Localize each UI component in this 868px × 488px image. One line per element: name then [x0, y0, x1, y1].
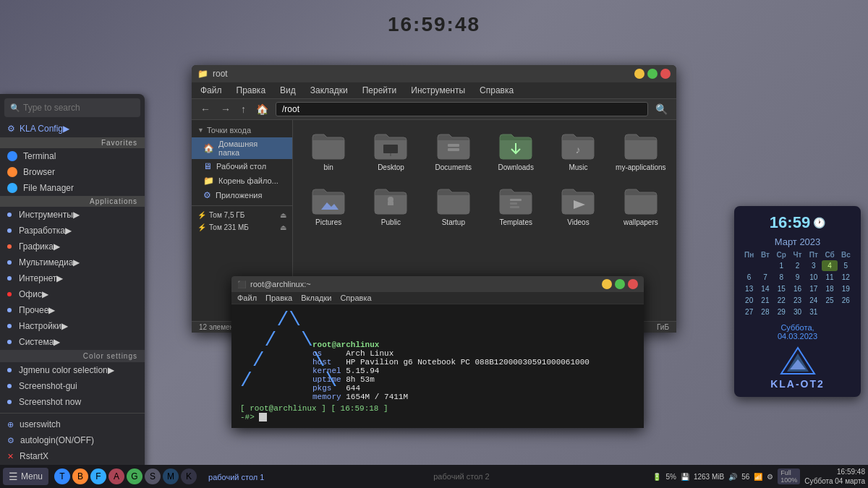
volume-2[interactable]: ⚡ Том 231 МБ ⏏ [192, 221, 292, 234]
taskbar-icon-terminal[interactable]: T [54, 468, 70, 484]
menu-item-terminal[interactable]: Terminal [0, 148, 145, 164]
widget-date-text: Суббота, 04.03.2023 [741, 323, 854, 341]
volume-1[interactable]: ⚡ Том 7,5 ГБ ⏏ [192, 209, 292, 221]
menu-goto[interactable]: Перейти [359, 85, 400, 96]
app-graphics[interactable]: Графика ▶ [0, 239, 145, 254]
file-name-music: Music [569, 163, 587, 172]
sidebar-desktop[interactable]: 🖥 Рабочий стол [192, 159, 292, 174]
nav-back-button[interactable]: ← [197, 102, 213, 116]
filemanager-icon [7, 183, 17, 193]
terminal-prompt: [ root@archlinux ] [ 16:59:18 ] [240, 404, 388, 413]
terminal-close-button[interactable]: × [628, 279, 638, 289]
address-bar[interactable] [276, 102, 648, 116]
file-wallpapers[interactable]: wallpapers [613, 182, 669, 231]
app-office[interactable]: Офис ▶ [0, 286, 145, 302]
folder-icon [498, 132, 533, 160]
file-music[interactable]: ♪ Music [550, 127, 606, 176]
desktop-icon: 🖥 [203, 161, 212, 171]
settings-icon[interactable]: ⚙ [767, 473, 773, 481]
taskbar-icon-app1[interactable]: A [109, 468, 124, 484]
menu-file[interactable]: Файл [197, 85, 225, 96]
file-downloads[interactable]: Downloads [488, 127, 544, 176]
app-development[interactable]: Разработка ▶ [0, 223, 145, 239]
file-manager-toolbar: ← → ↑ 🏠 🔍 [192, 99, 676, 120]
nav-forward-button[interactable]: → [218, 102, 234, 116]
close-button[interactable]: × [660, 69, 671, 79]
screenshot-now[interactable]: Screenshot now [0, 394, 145, 410]
search-input[interactable] [23, 103, 124, 113]
nav-home-button[interactable]: 🏠 [253, 102, 271, 116]
app-system[interactable]: Система ▶ [0, 334, 145, 350]
svg-rect-8 [510, 206, 519, 208]
autologin[interactable]: ⚙ autologin(ON/OFF) [0, 432, 145, 448]
search-button[interactable]: 🔍 [652, 102, 671, 116]
bullet-icon [7, 244, 12, 249]
desktop2-label[interactable]: рабочий стол 2 [427, 472, 495, 481]
eject-icon[interactable]: ⏏ [280, 223, 286, 231]
terminal-minimize-button[interactable]: _ [602, 279, 612, 289]
file-templates[interactable]: Templates [488, 182, 544, 231]
folder-icon [436, 132, 471, 160]
menu-view[interactable]: Вид [277, 85, 299, 96]
menu-item-filemanager[interactable]: File Manager [0, 180, 145, 196]
taskbar-icon-browser[interactable]: B [72, 468, 88, 484]
kla-config-item[interactable]: ⚙ KLA Config ▶ [0, 120, 145, 137]
app-settings[interactable]: Настройки ▶ [0, 318, 145, 334]
desktop1-label[interactable]: рабочий стол 1 [203, 473, 270, 481]
search-bar[interactable]: 🔍 [4, 98, 140, 117]
taskbar-icon-app3[interactable]: S [145, 468, 161, 484]
taskbar-menu-button[interactable]: ☰ Menu [3, 468, 48, 485]
rstartx[interactable]: ✕ RstartX [0, 448, 145, 464]
menu-edit[interactable]: Правка [234, 85, 269, 96]
term-menu-help[interactable]: Справка [340, 294, 371, 302]
bullet-icon [7, 292, 12, 296]
file-documents[interactable]: Documents [425, 127, 482, 176]
userswitch[interactable]: ⊕ userswitch [0, 416, 145, 432]
file-desktop[interactable]: Desktop [362, 127, 419, 176]
battery-percent: 5% [665, 473, 676, 481]
sidebar-home[interactable]: 🏠 Домашняя папка [192, 137, 292, 159]
nav-up-button[interactable]: ↑ [238, 102, 249, 116]
terminal-maximize-button[interactable]: □ [615, 279, 625, 289]
maximize-button[interactable]: □ [647, 69, 658, 79]
term-menu-tabs[interactable]: Вкладки [301, 294, 331, 302]
taskbar-icon-app2[interactable]: G [127, 468, 142, 484]
app-multimedia[interactable]: Мультимедиа ▶ [0, 254, 145, 270]
screenshot-gui[interactable]: Screenshot-gui [0, 378, 145, 394]
eject-icon[interactable]: ⏏ [280, 211, 286, 219]
menu-item-browser[interactable]: Browser [0, 164, 145, 180]
term-menu-file[interactable]: Файл [237, 294, 257, 302]
taskbar-icon-app5[interactable]: K [181, 468, 197, 484]
file-startup[interactable]: Startup [425, 182, 482, 231]
menu-tools[interactable]: Инструменты [408, 85, 468, 96]
menu-help[interactable]: Справка [477, 85, 516, 96]
sidebar-apps[interactable]: ⚙ Приложения [192, 188, 292, 202]
folder-icon [311, 187, 346, 215]
volume-icon[interactable]: 🔊 [728, 473, 737, 481]
app-instruments[interactable]: Инструменты ▶ [0, 207, 145, 223]
folder-icon [624, 132, 658, 160]
file-name-public: Public [381, 218, 401, 227]
terminal-title: root@archlinux:~ [250, 280, 602, 288]
sidebar-root-fs[interactable]: 📁 Корень файло... [192, 174, 292, 188]
file-pictures[interactable]: Pictures [300, 182, 357, 231]
memory-usage: 1263 MiB [694, 473, 724, 481]
app-other[interactable]: Прочее ▶ [0, 302, 145, 318]
file-bin[interactable]: bin [300, 127, 357, 176]
taskbar-icon-filemanager[interactable]: F [90, 468, 106, 484]
taskbar-icon-app4[interactable]: M [163, 468, 179, 484]
app-internet[interactable]: Интернет ▶ [0, 270, 145, 286]
points-of-entry-header[interactable]: ▼ Точки входа [192, 123, 292, 137]
file-my-applications[interactable]: my-applications [613, 127, 669, 176]
usb-icon: ⚡ [197, 211, 206, 219]
file-public[interactable]: Public [362, 182, 419, 231]
term-menu-edit[interactable]: Правка [265, 294, 292, 302]
minimize-button[interactable]: _ [634, 69, 644, 79]
menu-bookmarks[interactable]: Закладки [307, 85, 351, 96]
arrow-icon: ▶ [73, 210, 80, 220]
arrow-icon: ▶ [56, 273, 63, 283]
file-videos[interactable]: Videos [550, 182, 606, 231]
terminal-body[interactable]: /\ / \ / \ / \ root@archlinux os Arch Li… [231, 304, 644, 428]
jgmenu-color-selection[interactable]: Jgmenu color selection ▶ [0, 362, 145, 378]
terminal-cursor [259, 413, 267, 421]
